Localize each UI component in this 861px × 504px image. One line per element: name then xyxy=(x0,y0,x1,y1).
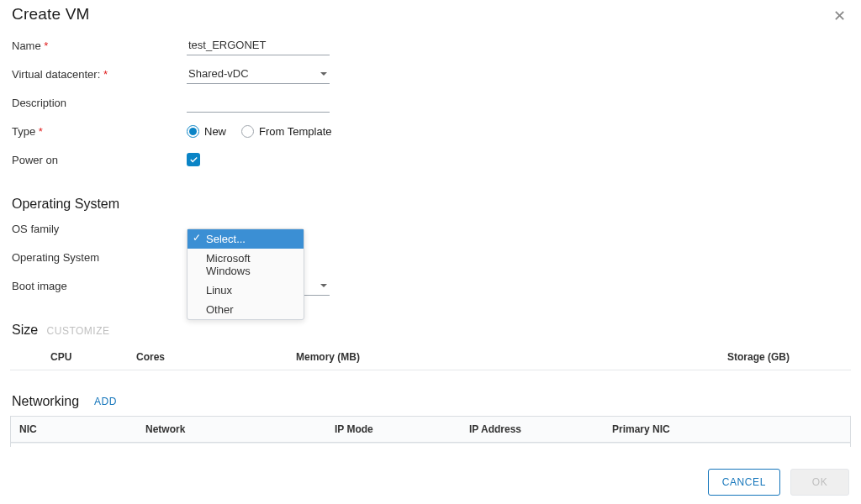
nic-header-ipmode: IP Mode xyxy=(326,417,461,442)
type-new-label: New xyxy=(204,125,226,138)
nic-header-ipaddr: IP Address xyxy=(461,417,604,442)
name-label: Name xyxy=(10,39,187,52)
size-title-text: Size xyxy=(12,323,38,337)
chevron-down-icon xyxy=(320,70,328,78)
dialog-title: Create VM xyxy=(10,5,90,24)
type-label: Type xyxy=(10,125,187,138)
size-header-memory: Memory (MB) xyxy=(296,351,515,363)
os-family-label: OS family xyxy=(10,223,187,235)
radio-dot-icon xyxy=(187,125,199,138)
type-template-radio[interactable]: From Template xyxy=(241,125,331,138)
cancel-button[interactable]: CANCEL xyxy=(708,469,780,496)
os-label: Operating System xyxy=(10,251,187,264)
size-header-row: CPU Cores Memory (MB) Storage (GB) xyxy=(10,346,851,370)
vdc-label: Virtual datacenter: xyxy=(10,68,187,81)
type-new-radio[interactable]: New xyxy=(187,125,226,138)
size-header-cpu: CPU xyxy=(10,351,136,363)
name-input[interactable] xyxy=(187,35,330,55)
type-template-label: From Template xyxy=(259,125,331,138)
size-header-cores: Cores xyxy=(136,351,296,363)
power-on-label: Power on xyxy=(10,154,187,166)
size-section-title: Size CUSTOMIZE xyxy=(10,323,851,338)
nic-header-network: Network xyxy=(137,417,326,442)
customize-link[interactable]: CUSTOMIZE xyxy=(47,325,110,337)
ok-button: OK xyxy=(790,469,849,496)
power-on-checkbox[interactable] xyxy=(187,153,200,166)
os-family-dropdown[interactable]: Select... Microsoft Windows Linux Other xyxy=(187,228,304,320)
vdc-select[interactable]: Shared-vDC xyxy=(187,64,330,84)
nic-header-primary: Primary NIC xyxy=(604,417,721,442)
vdc-value: Shared-vDC xyxy=(188,67,249,80)
check-icon xyxy=(189,155,198,165)
chevron-down-icon xyxy=(320,281,328,290)
nic-header-nic: NIC xyxy=(11,417,137,442)
nic-cell-index: 1 xyxy=(11,444,137,447)
nic-table: NIC Network IP Mode IP Address Primary N… xyxy=(10,416,851,447)
dropdown-item-select[interactable]: Select... xyxy=(188,229,304,249)
close-icon[interactable]: ✕ xyxy=(828,5,851,27)
dropdown-item-linux[interactable]: Linux xyxy=(188,281,304,300)
add-nic-link[interactable]: ADD xyxy=(94,396,117,407)
dropdown-item-other[interactable]: Other xyxy=(188,300,304,319)
dropdown-item-windows[interactable]: Microsoft Windows xyxy=(188,249,304,281)
boot-image-label: Boot image xyxy=(10,280,187,292)
radio-dot-icon xyxy=(241,125,254,138)
description-label: Description xyxy=(10,97,187,109)
os-section-title: Operating System xyxy=(10,197,851,212)
networking-section-title: Networking xyxy=(12,394,79,409)
nic-header-actions xyxy=(721,417,850,442)
table-row: 1 Not connected DHCP Auto-assigned xyxy=(11,443,850,447)
nic-ipaddr-value: Auto-assigned xyxy=(461,444,604,447)
size-header-storage: Storage (GB) xyxy=(515,351,851,363)
description-input[interactable] xyxy=(187,92,330,113)
